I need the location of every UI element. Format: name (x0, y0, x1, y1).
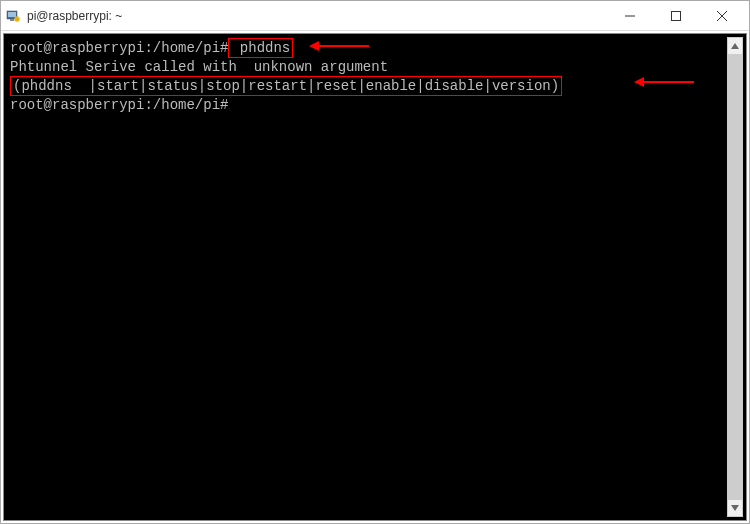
svg-rect-2 (10, 19, 14, 21)
terminal-line: (phddns |start|status|stop|restart|reset… (10, 76, 740, 96)
svg-rect-1 (8, 12, 16, 17)
scrollbar[interactable] (727, 37, 743, 517)
scroll-up-button[interactable] (728, 38, 742, 54)
terminal-line: root@raspberrypi:/home/pi# (10, 96, 740, 114)
window-controls (607, 1, 745, 30)
close-button[interactable] (699, 1, 745, 31)
terminal-line: Phtunnel Serive called with unknown argu… (10, 58, 740, 76)
window-title: pi@raspberrypi: ~ (27, 9, 607, 23)
prompt-text: root@raspberrypi:/home/pi# (10, 40, 228, 56)
application-window: pi@raspberrypi: ~ root@raspberrypi:/home… (0, 0, 750, 524)
svg-rect-7 (672, 11, 681, 20)
minimize-button[interactable] (607, 1, 653, 31)
svg-marker-10 (731, 43, 739, 49)
annotation-arrow-2 (634, 77, 694, 87)
putty-icon (5, 8, 21, 24)
scroll-thumb[interactable] (728, 54, 742, 500)
annotation-arrow-1 (309, 41, 369, 51)
titlebar[interactable]: pi@raspberrypi: ~ (1, 1, 749, 31)
scroll-down-button[interactable] (728, 500, 742, 516)
terminal-line: root@raspberrypi:/home/pi# phddns (10, 38, 740, 58)
command-highlight: phddns (228, 38, 293, 58)
arrow-head-icon (634, 77, 644, 87)
maximize-button[interactable] (653, 1, 699, 31)
svg-marker-11 (731, 505, 739, 511)
usage-highlight: (phddns |start|status|stop|restart|reset… (10, 76, 562, 96)
prompt-text: root@raspberrypi:/home/pi# (10, 97, 228, 113)
terminal-area[interactable]: root@raspberrypi:/home/pi# phddns Phtunn… (3, 33, 747, 521)
scroll-track[interactable] (728, 54, 742, 500)
arrow-line (644, 81, 694, 83)
arrow-head-icon (309, 41, 319, 51)
arrow-line (319, 45, 369, 47)
